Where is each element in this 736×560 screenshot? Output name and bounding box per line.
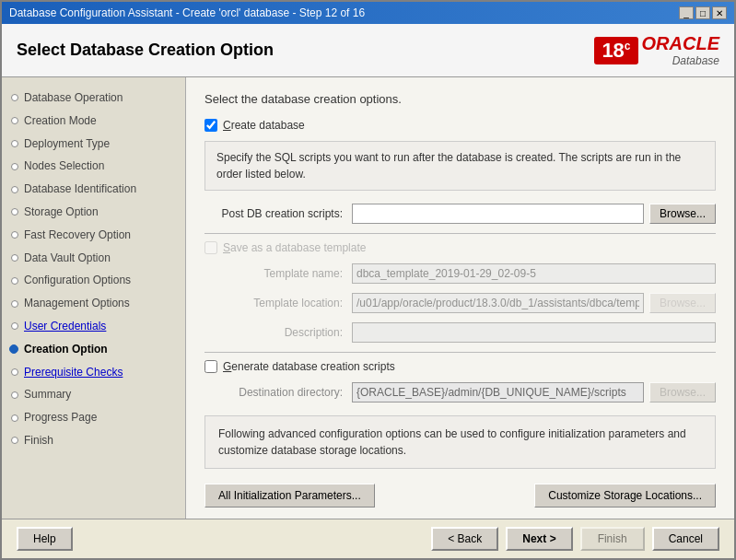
- oracle-brand: ORACLE: [642, 33, 719, 54]
- destination-dir-input: [352, 382, 644, 402]
- divider-1: [204, 233, 716, 234]
- section-header-text: Select the database creation options.: [204, 92, 716, 106]
- sidebar-item-configuration-options[interactable]: Configuration Options: [2, 269, 185, 292]
- next-button[interactable]: Next >: [506, 527, 572, 551]
- save-template-row: Save as a database template: [204, 241, 716, 254]
- bottom-buttons: All Initialization Parameters... Customi…: [204, 484, 716, 508]
- oracle-logo: 18c ORACLE Database: [594, 33, 719, 67]
- browse-button-2: Browse...: [649, 293, 716, 313]
- info-box: Following advanced configuration options…: [204, 415, 716, 469]
- sidebar-item-database-operation[interactable]: Database Operation: [2, 87, 185, 110]
- create-db-checkbox[interactable]: [204, 119, 217, 132]
- template-name-input: [352, 263, 716, 284]
- template-name-row: Template name:: [204, 263, 716, 284]
- sidebar-item-nodes-selection[interactable]: Nodes Selection: [2, 155, 185, 178]
- sidebar-item-user-credentials[interactable]: User Credentials: [2, 315, 185, 338]
- destination-dir-row: Destination directory: Browse...: [204, 382, 716, 402]
- browse-button-3: Browse...: [649, 382, 716, 402]
- description-box: Specify the SQL scripts you want to run …: [204, 141, 716, 191]
- init-params-button[interactable]: All Initialization Parameters...: [204, 484, 375, 508]
- generate-scripts-checkbox[interactable]: [204, 360, 217, 373]
- description-text: Specify the SQL scripts you want to run …: [216, 151, 681, 181]
- title-bar: Database Configuration Assistant - Creat…: [2, 2, 734, 24]
- description-row: Description:: [204, 322, 716, 343]
- divider-2: [204, 352, 716, 353]
- template-location-input: [352, 293, 644, 313]
- template-location-row: Template location: Browse...: [204, 293, 716, 313]
- customize-storage-button[interactable]: Customize Storage Locations...: [534, 484, 716, 508]
- sidebar-item-storage-option[interactable]: Storage Option: [2, 201, 185, 224]
- oracle-sub: Database: [642, 54, 719, 67]
- description-input: [352, 322, 716, 343]
- info-text: Following advanced configuration options…: [218, 427, 686, 457]
- help-button[interactable]: Help: [17, 527, 73, 551]
- create-db-label[interactable]: Create database: [223, 119, 305, 132]
- sidebar-item-prerequisite-checks[interactable]: Prerequisite Checks: [2, 361, 185, 384]
- content-area: Database Operation Creation Mode Deploym…: [2, 77, 734, 519]
- template-location-label: Template location:: [204, 297, 352, 309]
- destination-dir-label: Destination directory:: [204, 386, 352, 399]
- main-panel: Select the database creation options. Cr…: [186, 77, 734, 519]
- sidebar-item-creation-option[interactable]: Creation Option: [2, 338, 185, 361]
- footer-right: < Back Next > Finish Cancel: [431, 527, 719, 551]
- close-button[interactable]: ✕: [712, 6, 727, 19]
- finish-button[interactable]: Finish: [580, 527, 645, 551]
- generate-scripts-row: Generate database creation scripts: [204, 360, 716, 373]
- cancel-button[interactable]: Cancel: [652, 527, 719, 551]
- description-label: Description:: [204, 326, 352, 339]
- window-title: Database Configuration Assistant - Creat…: [9, 6, 365, 19]
- maximize-button[interactable]: □: [695, 6, 710, 19]
- sidebar-item-progress-page[interactable]: Progress Page: [2, 406, 185, 429]
- create-db-row: Create database: [204, 119, 716, 132]
- sidebar-item-deployment-type[interactable]: Deployment Type: [2, 133, 185, 156]
- sidebar-item-management-options[interactable]: Management Options: [2, 292, 185, 315]
- generate-scripts-label[interactable]: Generate database creation scripts: [223, 360, 395, 373]
- save-template-label[interactable]: Save as a database template: [223, 241, 366, 254]
- footer: Help < Back Next > Finish Cancel: [2, 519, 734, 558]
- save-template-checkbox[interactable]: [204, 241, 217, 254]
- template-name-label: Template name:: [204, 267, 352, 280]
- page-title: Select Database Creation Option: [17, 41, 274, 60]
- save-template-section: Save as a database template Template nam…: [204, 241, 716, 343]
- header: Select Database Creation Option 18c ORAC…: [2, 24, 734, 77]
- sidebar: Database Operation Creation Mode Deploym…: [2, 77, 186, 519]
- footer-left: Help: [17, 527, 73, 551]
- sidebar-item-summary[interactable]: Summary: [2, 383, 185, 406]
- post-db-label: Post DB creation scripts:: [204, 207, 352, 220]
- sidebar-item-database-identification[interactable]: Database Identification: [2, 178, 185, 201]
- sidebar-item-data-vault[interactable]: Data Vault Option: [2, 247, 185, 270]
- post-db-input[interactable]: [352, 204, 644, 224]
- sidebar-item-creation-mode[interactable]: Creation Mode: [2, 110, 185, 133]
- title-bar-buttons: _ □ ✕: [679, 6, 727, 19]
- oracle-badge: 18c: [594, 37, 637, 64]
- minimize-button[interactable]: _: [679, 6, 694, 19]
- main-window: Database Configuration Assistant - Creat…: [0, 0, 736, 560]
- back-button[interactable]: < Back: [431, 527, 498, 551]
- post-db-row: Post DB creation scripts: Browse...: [204, 204, 716, 224]
- browse-button-1[interactable]: Browse...: [649, 204, 716, 224]
- sidebar-item-fast-recovery[interactable]: Fast Recovery Option: [2, 224, 185, 247]
- sidebar-item-finish[interactable]: Finish: [2, 429, 185, 452]
